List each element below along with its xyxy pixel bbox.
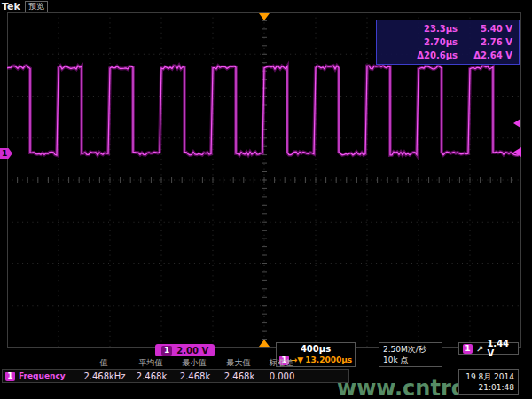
cursor-a-row: 23.3μs 5.40 V bbox=[383, 24, 512, 34]
measurement-min: 2.468k bbox=[173, 372, 217, 381]
measurement-max: 2.468k bbox=[217, 372, 262, 381]
measurement-mean: 2.468k bbox=[130, 372, 173, 381]
cursor-b-volt: 2.76 V bbox=[458, 37, 512, 47]
measurement-channel-badge: 1 bbox=[5, 372, 15, 381]
measurement-header-mean: 平均值 bbox=[129, 357, 172, 369]
measurement-header-stddev: 标准差 bbox=[261, 357, 301, 369]
measurement-header-value: 值 bbox=[78, 357, 129, 369]
cursor-delta-time: Δ20.6μs bbox=[387, 51, 458, 60]
cursor-b-time: 2.70μs bbox=[387, 37, 458, 47]
record-length: 10k 点 bbox=[383, 355, 442, 365]
cursor-readout-panel: 23.3μs 5.40 V 2.70μs 2.76 V Δ20.6μs Δ2.6… bbox=[376, 20, 520, 65]
channel1-volts-per-div: 2.00 V bbox=[176, 346, 208, 356]
sample-rate: 2.50M次/秒 bbox=[383, 344, 442, 355]
top-status-bar: Tek 预览 bbox=[0, 0, 532, 12]
measurement-header-max: 最大值 bbox=[216, 357, 261, 369]
oscilloscope-screen: Tek 预览 1 23.3μs 5.40 V 2.70μs 2.76 V Δ20… bbox=[0, 0, 532, 399]
measurement-header-row: 值 平均值 最小值 最大值 标准差 bbox=[2, 357, 349, 369]
measurement-row: 1 Frequency 2.468kHz 2.468k 2.468k 2.468… bbox=[2, 369, 349, 383]
cursor-a-volt: 5.40 V bbox=[458, 24, 512, 34]
time-label: 21:01:48 bbox=[479, 382, 514, 393]
acquisition-readout: 2.50M次/秒 10k 点 bbox=[379, 342, 442, 367]
measurement-value: 2.468kHz bbox=[79, 372, 130, 381]
date-label: 19 8月 2014 bbox=[466, 372, 514, 382]
brand-logo: Tek bbox=[2, 1, 20, 12]
cursor-a-time: 23.3μs bbox=[387, 24, 458, 34]
trigger-readout: 1 ↗ 1.44 V bbox=[458, 342, 519, 355]
acquisition-mode-label: 预览 bbox=[25, 1, 48, 12]
cursor-b-row: 2.70μs 2.76 V bbox=[383, 37, 512, 47]
datetime-panel: 19 8月 2014 21:01:48 bbox=[458, 369, 519, 395]
measurement-label: 1 Frequency bbox=[3, 372, 79, 381]
measurement-stddev: 0.000 bbox=[262, 372, 302, 381]
measurement-header-min: 最小值 bbox=[172, 357, 216, 369]
cursor-delta-volt: Δ2.64 V bbox=[458, 51, 512, 60]
channel1-scale-readout: 1 2.00 V bbox=[155, 344, 215, 356]
trigger-source-badge: 1 bbox=[463, 344, 473, 354]
trigger-level-value: 1.44 V bbox=[487, 339, 514, 358]
measurement-name: Frequency bbox=[19, 372, 66, 380]
time-per-div: 400μs bbox=[301, 344, 331, 355]
measurement-panel: 值 平均值 最小值 最大值 标准差 1 Frequency 2.468kHz 2… bbox=[2, 357, 349, 384]
trigger-slope-icon: ↗ bbox=[476, 344, 483, 354]
channel1-badge: 1 bbox=[161, 346, 172, 356]
cursor-delta-row: Δ20.6μs Δ2.64 V bbox=[383, 51, 512, 60]
